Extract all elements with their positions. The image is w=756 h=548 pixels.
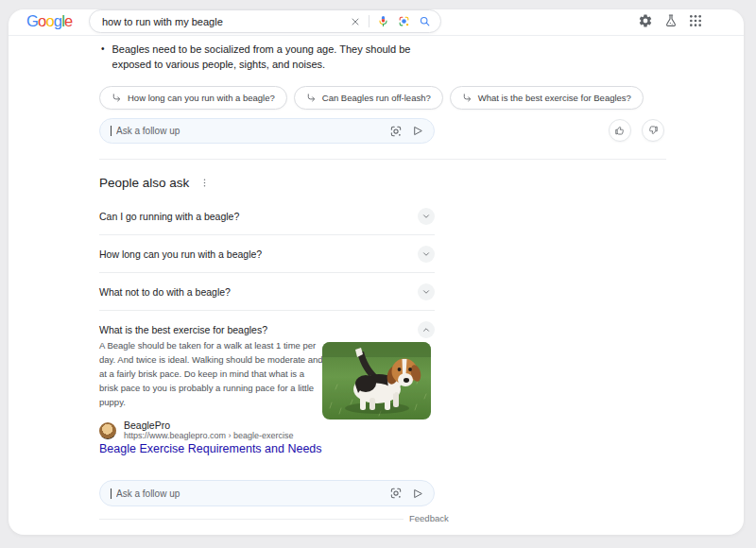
divider: [99, 519, 404, 520]
paa-question-text: What not to do with a beagle?: [99, 286, 231, 298]
thumbs-up-button[interactable]: [609, 119, 631, 142]
people-also-ask-header: People also ask: [99, 176, 212, 190]
labs-button[interactable]: [663, 13, 679, 28]
logo-letter: e: [64, 12, 72, 29]
search-input[interactable]: [102, 16, 350, 27]
labs-flask-icon: [663, 13, 679, 28]
clear-search-button[interactable]: [350, 16, 361, 27]
beaglepro-favicon: [99, 422, 116, 439]
text-cursor: [111, 126, 112, 136]
chevron-up-icon: [421, 325, 431, 334]
chip-label: Can Beagles run off-leash?: [322, 93, 431, 103]
search-icon: [419, 15, 431, 27]
divider: [369, 15, 369, 27]
chevron-down-icon: [421, 249, 431, 259]
followup-chip[interactable]: What is the best exercise for Beagles?: [450, 86, 644, 110]
lens-attach-button[interactable]: [389, 125, 403, 138]
followup-chip[interactable]: Can Beagles run off-leash?: [294, 86, 443, 110]
voice-search-button[interactable]: [377, 15, 389, 27]
google-logo[interactable]: Google: [26, 12, 72, 30]
source-name: BeaglePro: [124, 420, 294, 431]
google-apps-button[interactable]: [688, 13, 703, 28]
branch-arrow-icon: [112, 93, 122, 103]
paa-menu-button[interactable]: [198, 176, 212, 190]
send-icon: [412, 125, 424, 137]
lens-icon: [389, 487, 403, 500]
paa-question-text: How long can you run with a beagle?: [99, 248, 262, 260]
settings-button[interactable]: [638, 13, 653, 28]
paa-question-row[interactable]: How long can you run with a beagle?: [99, 235, 435, 273]
chevron-down-icon: [421, 212, 431, 221]
lens-icon: [398, 15, 410, 27]
branch-arrow-icon: [306, 93, 317, 103]
paa-question-text: Can I go running with a beagle?: [99, 211, 239, 222]
followup-chip[interactable]: How long can you run with a beagle?: [99, 86, 287, 110]
source-meta: BeaglePro https://www.beaglepro.com › be…: [124, 420, 294, 441]
lens-attach-button[interactable]: [389, 487, 403, 500]
chevron-down-icon: [421, 287, 431, 297]
feedback-link[interactable]: Feedback: [409, 513, 449, 523]
expand-button[interactable]: [418, 246, 435, 263]
search-submit-button[interactable]: [419, 15, 431, 27]
ask-followup-input[interactable]: [114, 488, 380, 500]
thumbs-up-icon: [614, 125, 626, 136]
overview-bullet-text: Beagles need to be socialized from a you…: [112, 42, 413, 72]
branch-arrow-icon: [462, 93, 472, 103]
chip-label: How long can you run with a beagle?: [128, 93, 275, 103]
beagle-photo[interactable]: [322, 342, 431, 420]
ask-followup-input[interactable]: [114, 125, 380, 137]
logo-letter: g: [54, 12, 61, 29]
three-dots-vertical-icon: [199, 178, 210, 188]
paa-answer-text: A Beagle should be taken for a walk at l…: [99, 338, 324, 409]
send-icon: [412, 488, 424, 500]
source-url: https://www.beaglepro.com › beagle-exerc…: [124, 431, 294, 441]
logo-letter: G: [26, 12, 38, 29]
header-divider: [9, 35, 744, 36]
followup-chips-row: How long can you run with a beagle? Can …: [99, 86, 644, 110]
ask-followup-box[interactable]: [99, 118, 435, 144]
thumbs-down-button[interactable]: [642, 119, 664, 142]
profile-avatar[interactable]: [710, 9, 732, 32]
expand-button[interactable]: [418, 283, 435, 300]
response-feedback-buttons: [609, 119, 664, 142]
close-icon: [350, 16, 361, 27]
send-button[interactable]: [412, 488, 424, 500]
paa-question-row[interactable]: What not to do with a beagle?: [99, 273, 435, 311]
result-source[interactable]: BeaglePro https://www.beaglepro.com › be…: [99, 420, 294, 441]
expand-button[interactable]: [418, 208, 435, 225]
ask-followup-box[interactable]: [99, 480, 435, 506]
gear-icon: [638, 13, 653, 28]
search-bar[interactable]: [89, 9, 441, 33]
mic-icon: [377, 15, 389, 27]
text-cursor: [111, 488, 112, 499]
lens-search-button[interactable]: [398, 15, 410, 27]
result-title-link[interactable]: Beagle Exercise Requirements and Needs: [99, 442, 322, 455]
paa-question-row[interactable]: Can I go running with a beagle?: [99, 197, 435, 235]
section-divider: [99, 159, 666, 160]
bullet-dot: •: [101, 42, 105, 72]
chip-label: What is the best exercise for Beagles?: [478, 93, 631, 103]
lens-icon: [389, 125, 403, 138]
overview-bullet-item: • Beagles need to be socialized from a y…: [101, 42, 413, 72]
collapse-button[interactable]: [418, 321, 435, 338]
apps-grid-icon: [688, 13, 703, 28]
beagle-puppy-image: [322, 342, 431, 420]
thumbs-down-icon: [647, 125, 659, 136]
paa-question-text: What is the best exercise for beagles?: [99, 324, 267, 335]
logo-letter: o: [45, 12, 53, 29]
google-search-results-page: Google: [0, 0, 756, 548]
people-also-ask-title: People also ask: [99, 176, 189, 190]
send-button[interactable]: [412, 125, 424, 137]
